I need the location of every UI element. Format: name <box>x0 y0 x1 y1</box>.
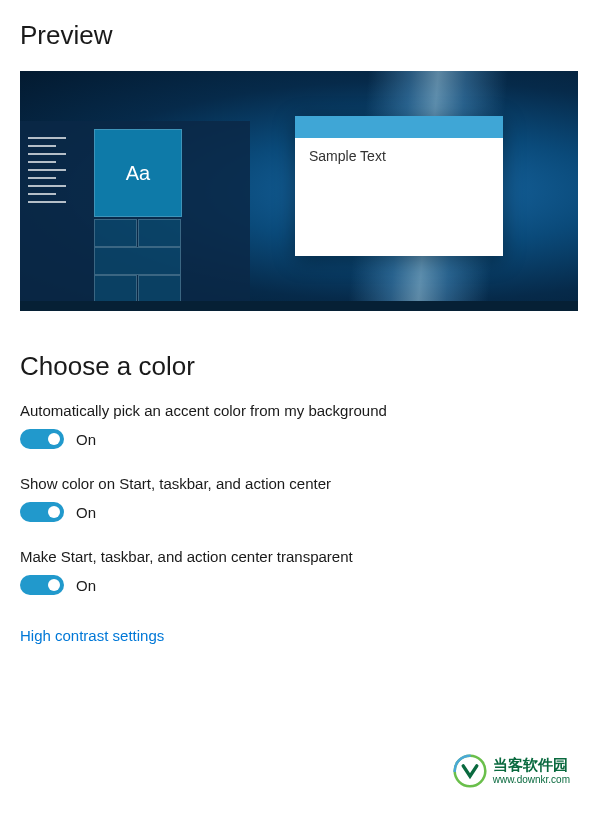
toggle-transparent[interactable] <box>20 575 64 595</box>
tile-med <box>94 247 181 275</box>
toggle-state-label: On <box>76 431 96 448</box>
toggle-show-color[interactable] <box>20 502 64 522</box>
taskbar-preview <box>20 301 578 311</box>
start-menu-preview: Aa <box>20 121 250 301</box>
tile-small <box>94 219 137 247</box>
watermark-url: www.downkr.com <box>493 774 570 785</box>
watermark-logo-icon <box>453 754 487 788</box>
setting-show-color: Show color on Start, taskbar, and action… <box>20 475 580 522</box>
sample-window-preview: Sample Text <box>295 116 503 256</box>
setting-label: Show color on Start, taskbar, and action… <box>20 475 580 492</box>
theme-preview: Aa Sample Text <box>20 71 578 311</box>
tile-small <box>94 275 137 303</box>
toggle-auto-accent[interactable] <box>20 429 64 449</box>
setting-label: Automatically pick an accent color from … <box>20 402 580 419</box>
toggle-state-label: On <box>76 504 96 521</box>
choose-color-heading: Choose a color <box>20 351 580 382</box>
setting-auto-accent: Automatically pick an accent color from … <box>20 402 580 449</box>
toggle-state-label: On <box>76 577 96 594</box>
tile-large: Aa <box>94 129 182 217</box>
setting-transparent: Make Start, taskbar, and action center t… <box>20 548 580 595</box>
sample-text: Sample Text <box>295 138 503 174</box>
start-list-preview <box>20 121 90 301</box>
tile-small <box>138 275 181 303</box>
preview-heading: Preview <box>20 20 580 51</box>
high-contrast-link[interactable]: High contrast settings <box>20 627 164 644</box>
start-tiles-preview: Aa <box>90 121 250 301</box>
setting-label: Make Start, taskbar, and action center t… <box>20 548 580 565</box>
watermark-name: 当客软件园 <box>493 757 570 774</box>
tile-small <box>138 219 181 247</box>
watermark: 当客软件园 www.downkr.com <box>453 754 570 788</box>
window-titlebar <box>295 116 503 138</box>
